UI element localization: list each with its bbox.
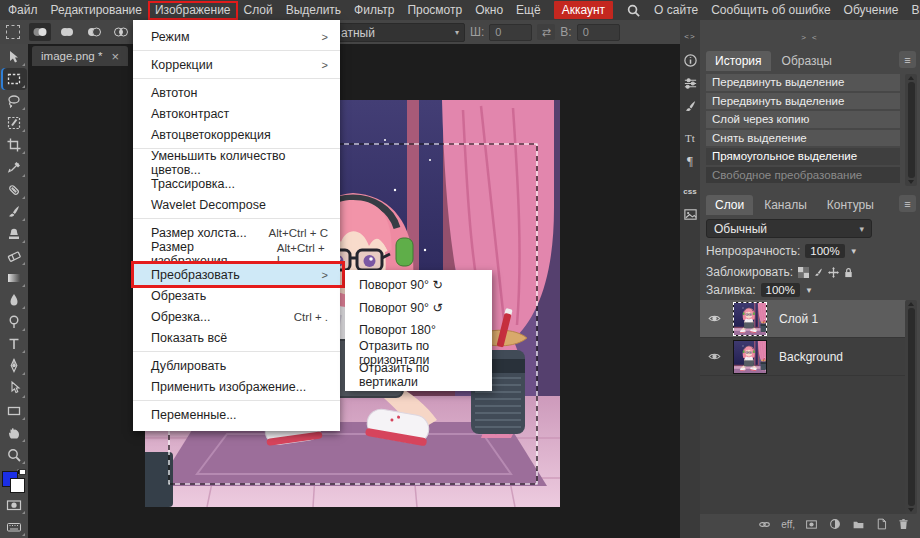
tab-layers[interactable]: Слои xyxy=(706,195,753,215)
adjustments-icon[interactable] xyxy=(680,72,700,95)
menu-item-autocontrast[interactable]: Автоконтраст xyxy=(133,103,340,124)
menu-item-wavelet-decompose[interactable]: Wavelet Decompose xyxy=(133,194,340,215)
effects-icon[interactable]: eff, xyxy=(781,519,795,530)
move-tool[interactable] xyxy=(1,46,27,68)
lock-pixels-icon[interactable] xyxy=(813,267,824,278)
tab-history[interactable]: История xyxy=(706,51,771,71)
layer-row-selected[interactable]: Слой 1 xyxy=(700,300,906,338)
eyedropper-tool[interactable] xyxy=(1,156,27,178)
healing-tool[interactable] xyxy=(1,179,27,201)
menu-item-vectorize[interactable]: Трассировка... xyxy=(133,173,340,194)
history-step[interactable]: Передвинуть выделение xyxy=(706,74,900,91)
image-icon[interactable] xyxy=(680,203,700,226)
folder-icon[interactable] xyxy=(851,518,866,531)
opacity-slider-icon[interactable]: ▼ xyxy=(850,247,858,256)
menu-select[interactable]: Выделить xyxy=(286,3,341,17)
info-icon[interactable] xyxy=(680,49,700,72)
menu-edit[interactable]: Редактирование xyxy=(51,3,142,17)
document-tab[interactable]: image.png * × xyxy=(32,46,128,66)
lock-transparency-icon[interactable] xyxy=(798,267,809,278)
menu-filter[interactable]: Фильтр xyxy=(354,3,394,17)
brush-tool[interactable] xyxy=(1,201,27,223)
layer-name[interactable]: Background xyxy=(779,350,843,364)
quick-select-tool[interactable] xyxy=(1,112,27,134)
hand-tool[interactable] xyxy=(1,422,27,444)
subtract-selection-icon[interactable] xyxy=(83,23,105,41)
fill-value[interactable]: 100% xyxy=(761,283,800,297)
crop-tool[interactable] xyxy=(1,134,27,156)
menu-item-apply-image[interactable]: Применить изображение... xyxy=(133,376,340,397)
menu-item-mode[interactable]: Режим> xyxy=(133,26,340,47)
menu-file[interactable]: Файл xyxy=(8,3,38,17)
history-step[interactable]: Передвинуть выделение xyxy=(706,93,900,110)
history-step-current[interactable]: Прямоугольное выделение xyxy=(706,148,900,165)
dodge-tool[interactable] xyxy=(1,311,27,333)
gradient-tool[interactable] xyxy=(1,267,27,289)
layer-name[interactable]: Слой 1 xyxy=(779,312,818,326)
mask-icon[interactable] xyxy=(804,518,819,531)
eye-icon[interactable] xyxy=(700,312,728,325)
link-report-bug[interactable]: Сообщить об ошибке xyxy=(711,3,830,17)
link-blog[interactable]: Blog xyxy=(911,3,920,17)
close-icon[interactable]: × xyxy=(111,50,119,63)
eraser-tool[interactable] xyxy=(1,245,27,267)
history-step-undone[interactable]: Свободное преобразование xyxy=(706,167,900,184)
text-styles-icon[interactable]: Tt xyxy=(680,126,700,149)
width-input[interactable]: 0 xyxy=(489,24,532,41)
menu-item-autocolor[interactable]: Автоцветокоррекция xyxy=(133,124,340,145)
css-icon[interactable]: css xyxy=(680,180,700,203)
new-selection-icon[interactable] xyxy=(29,23,51,41)
brush-settings-icon[interactable] xyxy=(680,95,700,118)
collapse-strip-icon[interactable]: <> xyxy=(684,32,695,41)
link-about[interactable]: О сайте xyxy=(654,3,698,17)
menu-more[interactable]: Ещё xyxy=(516,3,541,17)
menu-item-variables[interactable]: Переменные... xyxy=(133,404,340,425)
pen-tool[interactable] xyxy=(1,355,27,377)
opacity-value[interactable]: 100% xyxy=(805,244,844,258)
search-icon[interactable] xyxy=(626,3,641,18)
tab-paths[interactable]: Контуры xyxy=(818,195,883,215)
menu-view[interactable]: Просмотр xyxy=(407,3,462,17)
eye-icon[interactable] xyxy=(700,350,728,363)
type-tool[interactable] xyxy=(1,333,27,355)
zoom-tool[interactable] xyxy=(1,444,27,466)
submenu-rotate-90-cw[interactable]: Поворот 90° ↻ xyxy=(345,274,492,297)
new-layer-icon[interactable] xyxy=(875,517,888,531)
layers-scrollbar[interactable] xyxy=(905,300,917,514)
menu-item-autotone[interactable]: Автотон xyxy=(133,82,340,103)
background-color[interactable] xyxy=(10,478,25,493)
menu-item-reveal-all[interactable]: Показать всё xyxy=(133,327,340,348)
delete-icon[interactable] xyxy=(897,517,910,531)
history-step[interactable]: Снять выделение xyxy=(706,130,900,147)
menu-item-image-size[interactable]: Размер изображения...Alt+Ctrl + I xyxy=(133,243,340,264)
default-colors-icon[interactable] xyxy=(17,469,26,475)
blur-tool[interactable] xyxy=(1,289,27,311)
collapse-panels-icon[interactable]: > < xyxy=(700,33,920,42)
menu-image[interactable]: Изображение xyxy=(155,3,231,17)
menu-item-transform[interactable]: Преобразовать> xyxy=(133,264,340,285)
menu-item-duplicate[interactable]: Дублировать xyxy=(133,355,340,376)
tab-channels[interactable]: Каналы xyxy=(755,195,816,215)
menu-window[interactable]: Окно xyxy=(475,3,503,17)
fill-slider-icon[interactable]: ▼ xyxy=(805,286,813,295)
shape-tool[interactable] xyxy=(1,400,27,422)
intersect-selection-icon[interactable] xyxy=(110,23,132,41)
history-scrollbar[interactable] xyxy=(905,74,917,186)
paragraph-icon[interactable]: ¶ xyxy=(680,149,700,172)
menu-item-adjustments[interactable]: Коррекции> xyxy=(133,54,340,75)
path-select-tool[interactable] xyxy=(1,377,27,399)
submenu-flip-vertical[interactable]: Отразить по вертикали xyxy=(345,364,492,387)
history-panel-menu-icon[interactable]: ≡ xyxy=(899,51,916,68)
blend-mode-dropdown[interactable]: Обычный ▾ xyxy=(706,219,872,238)
menu-layer[interactable]: Слой xyxy=(244,3,273,17)
color-swatches[interactable] xyxy=(1,468,27,494)
link-icon[interactable] xyxy=(757,518,772,531)
tab-swatches[interactable]: Образцы xyxy=(773,51,841,71)
layer-row[interactable]: Background xyxy=(700,338,906,376)
quick-mask-icon[interactable] xyxy=(1,494,27,516)
rect-select-tool[interactable] xyxy=(1,68,27,90)
layers-panel-menu-icon[interactable]: ≡ xyxy=(899,195,916,212)
lasso-tool[interactable] xyxy=(1,90,27,112)
menu-item-crop[interactable]: Обрезать xyxy=(133,285,340,306)
height-input[interactable]: 0 xyxy=(577,24,620,41)
